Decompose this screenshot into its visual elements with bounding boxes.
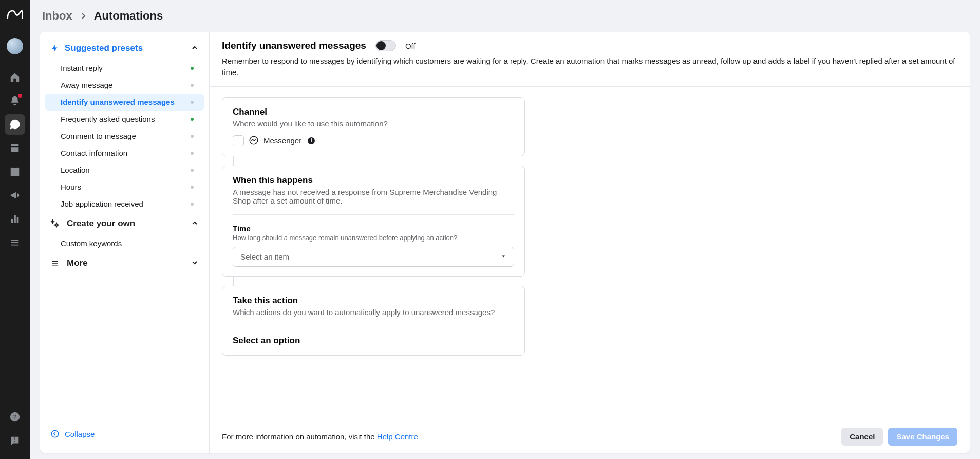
status-dot xyxy=(191,67,194,70)
enabled-toggle[interactable] xyxy=(375,40,396,51)
cancel-button[interactable]: Cancel xyxy=(841,428,883,446)
chevron-down-icon xyxy=(191,259,199,268)
channel-subtitle: Where would you like to use this automat… xyxy=(233,119,514,128)
status-dot xyxy=(191,135,194,138)
preset-label: Frequently asked questions xyxy=(61,115,155,123)
status-dot xyxy=(191,169,194,172)
nav-calendar-icon[interactable] xyxy=(5,161,25,182)
preset-item[interactable]: Away message xyxy=(45,77,204,94)
preset-item[interactable]: Contact information xyxy=(45,144,204,161)
channel-card: Channel Where would you like to use this… xyxy=(222,97,525,156)
status-dot xyxy=(191,203,194,206)
nav-inbox-icon[interactable] xyxy=(5,114,25,135)
nav-report-icon[interactable]: ! xyxy=(5,430,25,451)
section-label: More xyxy=(67,258,185,268)
avatar[interactable] xyxy=(7,38,23,54)
svg-text:?: ? xyxy=(13,414,17,421)
breadcrumb: Inbox Automations xyxy=(30,0,980,32)
nav-notifications-icon[interactable] xyxy=(5,90,25,111)
section-more[interactable]: More xyxy=(40,253,209,273)
notification-badge xyxy=(18,94,22,98)
preset-label: Hours xyxy=(61,182,81,191)
nav-home-icon[interactable] xyxy=(5,67,25,87)
svg-point-3 xyxy=(51,430,59,437)
status-dot xyxy=(191,118,194,121)
preset-label: Identify unanswered messages xyxy=(61,98,175,106)
section-label: Create your own xyxy=(67,218,185,229)
preset-label: Instant reply xyxy=(61,64,103,72)
preset-item[interactable]: Identify unanswered messages xyxy=(45,94,204,111)
nav-insights-icon[interactable] xyxy=(5,209,25,229)
help-centre-link[interactable]: Help Centre xyxy=(377,432,418,441)
status-dot xyxy=(191,84,194,87)
chevron-right-icon xyxy=(79,11,88,21)
action-card: Take this action Which actions do you wa… xyxy=(222,286,525,356)
preset-label: Away message xyxy=(61,81,112,89)
preset-label: Job application received xyxy=(61,199,143,208)
status-dot xyxy=(191,186,194,189)
preset-item[interactable]: Location xyxy=(45,161,204,178)
connector-line xyxy=(233,156,234,166)
main-area: Inbox Automations Suggested presets Inst… xyxy=(30,0,980,459)
automation-description: Remember to respond to messages by ident… xyxy=(222,56,957,78)
when-card: When this happens A message has not rece… xyxy=(222,166,525,277)
automation-sidebar: Suggested presets Instant replyAway mess… xyxy=(40,32,210,453)
content-footer: For more information on automation, visi… xyxy=(210,420,970,453)
connector-line xyxy=(233,277,234,286)
collapse-button[interactable]: Collapse xyxy=(40,420,209,447)
content-panel: Suggested presets Instant replyAway mess… xyxy=(40,32,970,453)
preset-item[interactable]: Job application received xyxy=(45,195,204,212)
nav-posts-icon[interactable] xyxy=(5,138,25,158)
status-dot xyxy=(191,152,194,155)
action-option-title: Select an option xyxy=(233,336,514,346)
content-header: Identify unanswered messages Off Remembe… xyxy=(210,32,970,87)
action-subtitle: Which actions do you want to automatical… xyxy=(233,308,514,317)
list-icon xyxy=(50,259,62,268)
preset-item[interactable]: Instant reply xyxy=(45,60,204,77)
preset-item[interactable]: Frequently asked questions xyxy=(45,111,204,127)
action-title: Take this action xyxy=(233,296,514,306)
automation-title: Identify unanswered messages xyxy=(222,40,366,51)
time-select[interactable]: Select an item xyxy=(233,247,514,267)
custom-item[interactable]: Custom keywords xyxy=(45,235,204,252)
section-suggested-presets[interactable]: Suggested presets xyxy=(40,38,209,59)
channel-title: Channel xyxy=(233,107,514,117)
footer-text-prefix: For more information on automation, visi… xyxy=(222,432,377,441)
svg-text:!: ! xyxy=(14,437,16,443)
preset-item[interactable]: Comment to message xyxy=(45,127,204,144)
channel-option-label: Messenger xyxy=(263,136,301,145)
sparkle-icon xyxy=(50,219,62,228)
preset-item[interactable]: Hours xyxy=(45,178,204,195)
status-dot xyxy=(191,101,194,104)
messenger-icon xyxy=(248,135,259,146)
nav-menu-icon[interactable] xyxy=(5,232,25,253)
when-subtitle: A message has not received a response fr… xyxy=(233,188,514,205)
content-body[interactable]: Channel Where would you like to use this… xyxy=(210,87,970,420)
caret-down-icon xyxy=(500,253,506,260)
time-label: Time xyxy=(233,224,514,233)
left-nav: ? ! xyxy=(0,0,30,459)
custom-list: Custom keywords xyxy=(40,234,209,253)
section-create-your-own[interactable]: Create your own xyxy=(40,213,209,234)
preset-label: Location xyxy=(61,166,90,174)
meta-logo-icon[interactable] xyxy=(6,5,24,24)
preset-label: Contact information xyxy=(61,149,127,157)
nav-help-icon[interactable]: ? xyxy=(5,407,25,427)
nav-ads-icon[interactable] xyxy=(5,185,25,206)
breadcrumb-parent[interactable]: Inbox xyxy=(42,9,72,23)
preset-list: Instant replyAway messageIdentify unansw… xyxy=(40,59,209,213)
chevron-up-icon xyxy=(191,44,199,53)
preset-label: Comment to message xyxy=(61,132,136,140)
collapse-icon xyxy=(50,429,60,438)
collapse-label: Collapse xyxy=(65,430,95,438)
when-title: When this happens xyxy=(233,175,514,186)
time-help: How long should a message remain unanswe… xyxy=(233,234,514,242)
channel-checkbox[interactable] xyxy=(233,135,244,146)
footer-text: For more information on automation, visi… xyxy=(222,432,418,441)
save-button[interactable]: Save Changes xyxy=(888,428,957,446)
toggle-state-label: Off xyxy=(405,42,416,50)
custom-item-label: Custom keywords xyxy=(61,239,122,248)
info-icon[interactable]: i xyxy=(308,137,315,144)
section-label: Suggested presets xyxy=(65,43,185,53)
time-select-placeholder: Select an item xyxy=(240,252,289,261)
